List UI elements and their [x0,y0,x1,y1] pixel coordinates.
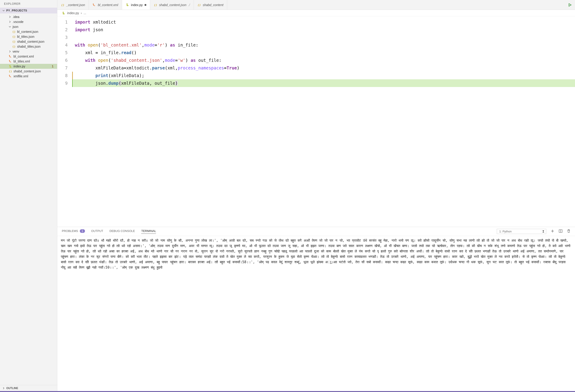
tree-item-label: bl_titles.xml [14,60,30,63]
xml-icon [9,55,12,58]
file-item[interactable]: { }shabd_content.json [0,39,57,44]
tree-item-label: bl_content.json [17,30,38,33]
terminal-output[interactable]: मन जो गूंटो जरणा दाण दाो॥ थाै महाो थाैरो… [57,236,575,391]
editor-tab[interactable]: { }_content.json [57,0,89,10]
python-icon: 🐍 [126,3,129,7]
python-icon: 🐍 [9,65,12,68]
file-item[interactable]: { }shabd_titles.json [0,44,57,49]
breadcrumb-rest: ... [84,11,86,15]
json-icon: { } [154,3,157,7]
outline-section[interactable]: OUTLINE [0,385,57,391]
chevron-right-icon [9,50,11,53]
file-item[interactable]: bl_content.xml [0,54,57,59]
folder-item[interactable]: venv [0,49,57,54]
status-bar[interactable] [0,391,575,392]
problems-count-badge: 1 [80,229,85,233]
dirty-indicator [144,4,146,6]
editor-area: { }_content.jsonbl_content.xml🐍index.py{… [57,0,575,391]
svg-point-1 [9,60,10,61]
line-gutter: 123456789 [57,16,73,227]
svg-point-2 [9,75,10,76]
tab-suffix: ./ [188,3,190,7]
chevron-down-icon [9,25,11,28]
xml-icon [9,74,12,78]
svg-point-0 [9,55,10,56]
panel-tabs: PROBLEMS 1 OUTPUT DEBUG CONSOLE TERMINAL… [57,227,575,236]
tree-item-label: bl_content.xml [14,55,34,58]
tree-item-label: index.py [14,65,25,68]
json-icon: { } [9,70,12,73]
file-item[interactable]: xmlfile.xml [0,74,57,79]
editor-tab[interactable]: { }shabd_content [194,0,227,10]
tree-item-label: venv [13,50,19,53]
breadcrumb-file: index.py [67,11,79,15]
breadcrumb[interactable]: 🐍 index.py › ... [57,10,575,16]
xml-icon [9,60,12,63]
json-icon: { } [197,3,201,7]
run-button[interactable] [565,0,575,10]
folder-item[interactable]: json [0,24,57,29]
chevron-right-icon [9,21,11,23]
code-line[interactable]: xmlFileData=xmltodict.parse(xml,process_… [73,64,575,72]
file-item[interactable]: { }bl_content.json [0,29,57,34]
chevron-right-icon [2,387,5,390]
tree-item-label: json [13,25,18,28]
chevron-right-icon [9,16,11,18]
explorer-title: EXPLORER [0,0,57,8]
project-header[interactable]: PY_PROJECTS [0,8,57,13]
editor-tab[interactable]: { }shabd_content.json./ [150,0,194,10]
chevron-down-icon [2,9,5,12]
code-lines[interactable]: import xmltodictimport json with open('b… [73,16,575,227]
json-icon: { } [12,40,16,43]
code-line[interactable]: with open('shabd_content.json',mode='w')… [73,56,575,64]
tab-label: _content.json [66,3,85,7]
tab-output[interactable]: OUTPUT [91,229,103,234]
sidebar: EXPLORER PY_PROJECTS .idea.vscodejson{ }… [0,0,57,391]
code-line[interactable]: import json [73,26,575,33]
file-badge: 1 [52,65,55,68]
xml-icon [92,3,96,7]
outline-label: OUTLINE [6,387,18,390]
folder-item[interactable]: .vscode [0,19,57,24]
tab-bar: { }_content.jsonbl_content.xml🐍index.py{… [57,0,575,10]
code-line[interactable] [73,33,575,41]
terminal-select[interactable]: 1: Python [497,229,546,234]
tab-label: shabd_content [203,3,223,7]
svg-point-3 [93,4,94,4]
json-icon: { } [61,3,65,7]
tab-debug-console[interactable]: DEBUG CONSOLE [109,229,135,234]
folder-item[interactable]: .idea [0,14,57,19]
tree-item-label: .vscode [13,20,23,24]
file-item[interactable]: 🐍index.py1 [0,64,57,69]
tab-label: shabd_content.json [159,3,186,7]
tab-terminal[interactable]: TERMINAL [141,229,156,234]
file-item[interactable]: { }bl_titles.json [0,34,57,39]
code-editor[interactable]: 123456789 import xmltodictimport json wi… [57,16,575,227]
editor-tab[interactable]: 🐍index.py [122,0,150,10]
code-line[interactable]: json.dump(xmlFileData, out_file) [73,79,575,87]
json-icon: { } [12,30,16,33]
code-line[interactable]: print(xmlFileData); [73,72,575,79]
code-line[interactable]: import xmltodict [73,18,575,26]
file-tree: .idea.vscodejson{ }bl_content.json{ }bl_… [0,13,57,385]
file-item[interactable]: bl_titles.xml [0,59,57,64]
file-item[interactable]: { }shabd_content.json [0,69,57,74]
tab-problems-label: PROBLEMS [62,229,78,233]
panel-controls: 1: Python [497,229,571,234]
project-name: PY_PROJECTS [6,9,27,12]
tab-problems[interactable]: PROBLEMS 1 [62,229,85,234]
tab-label: index.py [131,3,143,7]
tree-item-label: shabd_content.json [17,40,44,43]
python-icon: 🐍 [62,11,65,15]
tree-item-label: .idea [13,15,19,19]
split-terminal-icon[interactable] [559,229,562,234]
new-terminal-icon[interactable] [551,229,554,234]
editor-tab[interactable]: bl_content.xml [89,0,122,10]
code-line[interactable]: xml = in_file.read() [73,49,575,56]
json-icon: { } [12,45,16,48]
json-icon: { } [12,35,16,38]
tree-item-label: bl_titles.json [17,35,34,38]
trash-icon[interactable] [567,229,571,234]
code-line[interactable]: with open('bl_content.xml',mode='r') as … [73,41,575,49]
bottom-panel: PROBLEMS 1 OUTPUT DEBUG CONSOLE TERMINAL… [57,227,575,391]
